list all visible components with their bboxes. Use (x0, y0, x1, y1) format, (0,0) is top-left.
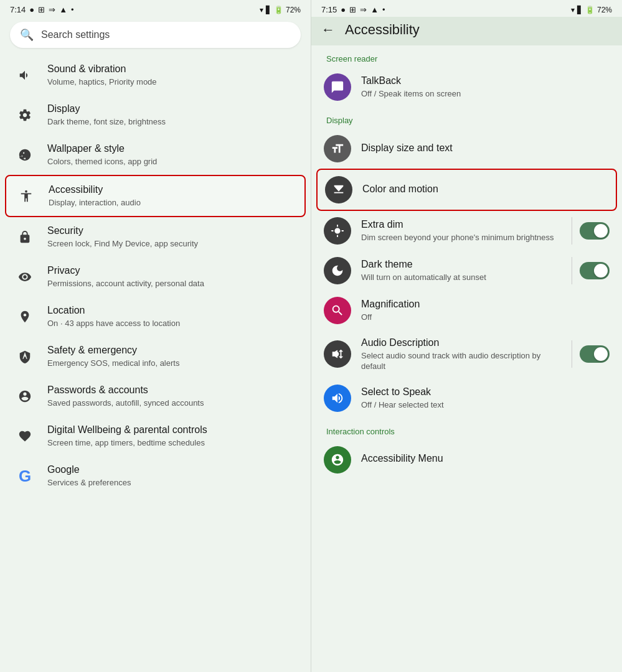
left-panel: 7:14 ● ⊞ ⇒ ▲ • ▾ ▋ 🔋 72% 🔍 Search settin… (0, 0, 311, 672)
right-status-right: ▾ ▋ 🔋 72% (571, 6, 612, 14)
accessibility-menu-icon (324, 446, 351, 474)
location-subtitle: On · 43 apps have access to location (47, 319, 298, 329)
left-battery-text: 72% (286, 6, 301, 14)
access-item-dark-theme[interactable]: Dark theme Will turn on automatically at… (316, 251, 617, 291)
magnification-subtitle: Off (361, 312, 610, 323)
accessibility-icon (14, 184, 39, 208)
wellbeing-subtitle: Screen time, app timers, bedtime schedul… (47, 438, 298, 449)
google-icon: G (12, 464, 37, 488)
audio-description-title: Audio Description (361, 337, 562, 350)
access-item-extra-dim[interactable]: Extra dim Dim screen beyond your phone's… (316, 211, 617, 251)
accessibility-subtitle: Display, interaction, audio (49, 198, 297, 208)
audio-description-toggle[interactable] (580, 345, 610, 363)
display-size-text: Display size and text (361, 142, 610, 156)
left-time: 7:14 (10, 5, 26, 14)
color-motion-title: Color and motion (362, 183, 608, 196)
audio-description-divider (572, 340, 572, 368)
search-icon: 🔍 (20, 28, 34, 42)
display-size-icon (324, 135, 351, 162)
settings-item-safety[interactable]: Safety & emergency Emergency SOS, medica… (5, 337, 306, 376)
dark-theme-toggle[interactable] (580, 262, 610, 279)
right-battery-icon: 🔋 (585, 6, 595, 14)
wallpaper-text: Wallpaper & style Colors, themed icons, … (47, 142, 298, 167)
back-button[interactable]: ← (321, 22, 335, 38)
access-item-talkback[interactable]: TalkBack Off / Speak items on screen (316, 67, 617, 107)
left-status-bar: 7:14 ● ⊞ ⇒ ▲ • ▾ ▋ 🔋 72% (0, 0, 311, 17)
display-text: Display Dark theme, font size, brightnes… (47, 103, 298, 128)
security-title: Security (47, 225, 298, 238)
dark-theme-title: Dark theme (361, 258, 562, 271)
settings-item-security[interactable]: Security Screen lock, Find My Device, ap… (5, 217, 306, 257)
maps-icon: ▲ (59, 5, 67, 14)
battery-icon: 🔋 (274, 6, 283, 14)
security-icon (12, 225, 37, 250)
extra-dim-subtitle: Dim screen beyond your phone's minimum b… (361, 233, 562, 243)
right-slack-icon: ⊞ (349, 5, 356, 14)
settings-item-accessibility[interactable]: Accessibility Display, interaction, audi… (5, 175, 306, 217)
extra-dim-icon (324, 217, 351, 245)
accessibility-list: Screen reader TalkBack Off / Speak items… (311, 45, 622, 672)
color-motion-icon (325, 176, 352, 203)
google-text: Google Services & preferences (47, 464, 298, 488)
left-status-left: 7:14 ● ⊞ ⇒ ▲ • (10, 5, 74, 14)
safety-text: Safety & emergency Emergency SOS, medica… (47, 344, 298, 369)
sound-text: Sound & vibration Volume, haptics, Prior… (47, 63, 298, 88)
extra-dim-divider (572, 217, 572, 245)
google-title: Google (47, 464, 298, 477)
settings-item-wellbeing[interactable]: Digital Wellbeing & parental controls Sc… (5, 416, 306, 456)
safety-subtitle: Emergency SOS, medical info, alerts (47, 358, 298, 369)
passwords-title: Passwords & accounts (47, 384, 298, 397)
audio-description-toggle-thumb (594, 347, 608, 361)
extra-dim-toggle-area (572, 217, 610, 245)
dark-theme-toggle-thumb (594, 264, 608, 278)
extra-dim-toggle[interactable] (580, 222, 610, 240)
privacy-subtitle: Permissions, account activity, personal … (47, 279, 298, 289)
dark-theme-text: Dark theme Will turn on automatically at… (361, 258, 562, 283)
select-to-speak-subtitle: Off / Hear selected text (361, 400, 610, 411)
security-text: Security Screen lock, Find My Device, ap… (47, 225, 298, 250)
access-item-color-motion[interactable]: Color and motion (316, 169, 617, 211)
accessibility-text: Accessibility Display, interaction, audi… (49, 184, 297, 208)
accessibility-menu-text: Accessibility Menu (361, 452, 610, 467)
settings-item-wallpaper[interactable]: Wallpaper & style Colors, themed icons, … (5, 135, 306, 175)
wellbeing-icon (12, 424, 37, 449)
right-panel: 7:15 ● ⊞ ⇒ ▲ • ▾ ▋ 🔋 72% ← Accessibility… (311, 0, 622, 672)
dark-theme-icon (324, 257, 351, 284)
passwords-text: Passwords & accounts Saved passwords, au… (47, 384, 298, 409)
display-subtitle: Dark theme, font size, brightness (47, 117, 298, 128)
display-title: Display (47, 103, 298, 116)
cast-icon: ⇒ (49, 5, 55, 14)
settings-item-privacy[interactable]: Privacy Permissions, account activity, p… (5, 257, 306, 297)
right-status-left: 7:15 ● ⊞ ⇒ ▲ • (321, 5, 385, 14)
messenger-icon: ● (29, 5, 34, 14)
settings-list: Sound & vibration Volume, haptics, Prior… (0, 55, 311, 672)
talkback-subtitle: Off / Speak items on screen (361, 89, 610, 100)
access-item-magnification[interactable]: Magnification Off (316, 291, 617, 330)
settings-item-passwords[interactable]: Passwords & accounts Saved passwords, au… (5, 376, 306, 416)
privacy-title: Privacy (47, 264, 298, 278)
wallpaper-icon (12, 142, 37, 167)
access-item-audio-description[interactable]: Audio Description Select audio sound tra… (316, 330, 617, 378)
settings-item-sound[interactable]: Sound & vibration Volume, haptics, Prior… (5, 55, 306, 95)
passwords-icon (12, 384, 37, 409)
settings-item-google[interactable]: G Google Services & preferences (5, 456, 306, 496)
dark-theme-subtitle: Will turn on automatically at sunset (361, 273, 562, 283)
settings-item-display[interactable]: Display Dark theme, font size, brightnes… (5, 95, 306, 135)
sound-icon (12, 63, 37, 88)
location-title: Location (47, 304, 298, 317)
right-maps-icon: ▲ (370, 5, 379, 14)
search-bar[interactable]: 🔍 Search settings (10, 22, 301, 48)
settings-item-location[interactable]: Location On · 43 apps have access to loc… (5, 297, 306, 337)
extra-dim-title: Extra dim (361, 218, 562, 231)
access-item-select-to-speak[interactable]: Select to Speak Off / Hear selected text (316, 378, 617, 418)
search-text[interactable]: Search settings (41, 29, 110, 40)
google-subtitle: Services & preferences (47, 478, 298, 488)
accessibility-menu-title: Accessibility Menu (361, 452, 610, 465)
display-size-title: Display size and text (361, 142, 610, 155)
dark-theme-divider (572, 257, 572, 284)
dot-icon: • (71, 5, 74, 14)
access-item-accessibility-menu[interactable]: Accessibility Menu (316, 440, 617, 480)
safety-title: Safety & emergency (47, 344, 298, 357)
right-time: 7:15 (321, 5, 337, 14)
access-item-display-size[interactable]: Display size and text (316, 129, 617, 169)
